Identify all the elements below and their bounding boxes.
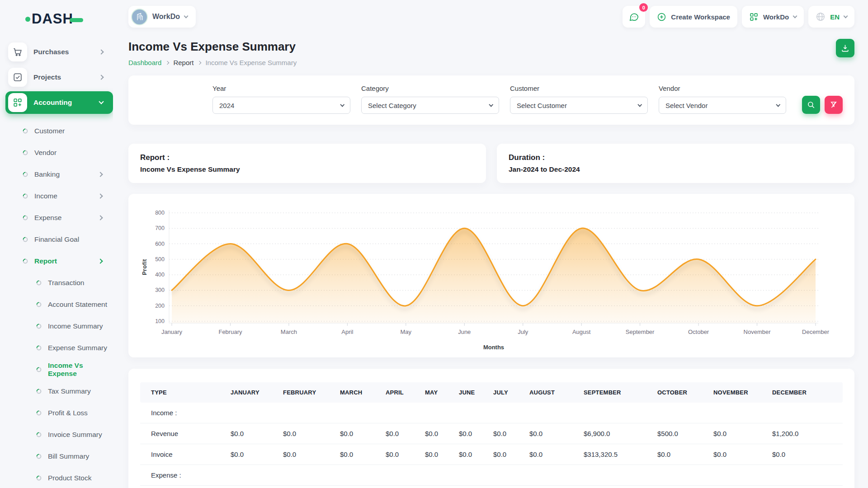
sidebar-item-label: Financial Goal: [34, 235, 79, 244]
sidebar-item-projects[interactable]: Projects: [5, 66, 113, 89]
svg-text:July: July: [518, 328, 528, 335]
summary-card-title: Report :: [140, 153, 474, 162]
grid-plus-icon: [749, 12, 759, 22]
category-select[interactable]: Select Category: [361, 97, 499, 114]
breadcrumb-item-report[interactable]: Report: [173, 59, 193, 66]
sidebar-item-report[interactable]: Report: [5, 250, 113, 272]
filter-label: Category: [361, 84, 499, 92]
chevron-right-icon: [98, 258, 103, 263]
table-row-revenue: Revenue$0.0$0.0$0.0$0.0$0.0$0.0$0.0$0.0$…: [140, 423, 843, 444]
create-workspace-label: Create Workspace: [671, 13, 730, 21]
sidebar-item-transaction[interactable]: Transaction: [5, 272, 113, 294]
sidebar-item-income[interactable]: Income: [5, 185, 113, 207]
chevron-down-icon: [340, 103, 344, 107]
sidebar-item-bill-summary[interactable]: Bill Summary: [5, 446, 113, 467]
sidebar-item-account-statement[interactable]: Account Statement: [5, 294, 113, 315]
bullet-ring-icon: [23, 128, 28, 134]
page-title: Income Vs Expense Summary: [128, 39, 297, 54]
sidebar-item-banking[interactable]: Banking: [5, 164, 113, 185]
sidebar-item-label: Transaction: [48, 279, 84, 287]
brand-logo[interactable]: DASH: [25, 11, 113, 27]
sidebar-item-label: Customer: [34, 127, 65, 135]
breadcrumb: Dashboard Report Income Vs Expense Summa…: [128, 59, 297, 66]
selected-value: Select Customer: [517, 102, 567, 109]
sidebar-item-label: Report: [34, 257, 57, 265]
sidebar-item-expense[interactable]: Expense: [5, 207, 113, 229]
profit-chart-card: 100200300400500600700800 JanuaryFebruary…: [128, 194, 854, 357]
chevron-right-icon: [99, 49, 104, 54]
chevron-down-icon: [844, 14, 848, 18]
cell-value: $0.0: [283, 444, 340, 465]
filter-fields: Year 2024 Category Select Category Custo…: [212, 84, 786, 114]
filter-actions: [802, 96, 843, 114]
messages-button[interactable]: 0: [623, 6, 645, 28]
sidebar-item-expense-summary[interactable]: Expense Summary: [5, 337, 113, 359]
income-expense-table: TYPEJANUARYFEBRUARYMARCHAPRILMAYJUNEJULY…: [140, 382, 843, 486]
sidebar-item-label: Income: [34, 192, 57, 200]
column-header-june: JUNE: [459, 382, 493, 403]
bullet-ring-icon: [23, 193, 28, 199]
main-content: WorkDo 0 Create Wor: [113, 0, 868, 488]
vendor-select[interactable]: Select Vendor: [659, 97, 786, 114]
sidebar-item-tax-summary[interactable]: Tax Summary: [5, 380, 113, 402]
breadcrumb-separator-icon: [165, 61, 169, 64]
sidebar-item-financial-goal[interactable]: Financial Goal: [5, 229, 113, 250]
workspace-switcher[interactable]: WorkDo: [128, 6, 196, 28]
breadcrumb-item-dashboard[interactable]: Dashboard: [128, 59, 161, 66]
bullet-ring-icon: [23, 150, 28, 155]
reset-filter-button[interactable]: [825, 96, 843, 114]
filter-label: Year: [212, 84, 350, 92]
chevron-right-icon: [98, 193, 103, 198]
svg-text:200: 200: [155, 303, 165, 309]
sidebar-item-purchases[interactable]: Purchases: [5, 41, 113, 63]
bullet-ring-icon: [23, 237, 28, 242]
sidebar-item-income-summary[interactable]: Income Summary: [5, 315, 113, 337]
column-header-april: APRIL: [386, 382, 425, 403]
column-header-march: MARCH: [340, 382, 386, 403]
chevron-down-icon: [776, 103, 780, 107]
chevron-down-icon: [793, 14, 797, 18]
filter-group-year: Year 2024: [212, 84, 350, 114]
filter-bar: Year 2024 Category Select Category Custo…: [128, 75, 854, 125]
row-label: Revenue: [140, 423, 231, 444]
sidebar-sections: Purchases Projects Accounting: [5, 41, 113, 114]
sidebar-item-product-stock[interactable]: Product Stock: [5, 467, 113, 488]
year-select[interactable]: 2024: [212, 97, 350, 114]
logo-dash-icon: [70, 18, 83, 22]
chevron-down-icon: [637, 103, 642, 107]
sidebar-item-invoice-summary[interactable]: Invoice Summary: [5, 424, 113, 446]
cell-value: $6,900.0: [584, 423, 657, 444]
bullet-ring-icon: [36, 280, 42, 286]
section-label: Expense :: [140, 465, 231, 486]
chevron-right-icon: [98, 215, 103, 220]
cell-value: $0.0: [340, 444, 386, 465]
language-selector[interactable]: EN: [808, 6, 854, 28]
grid-plus-icon: [8, 93, 27, 112]
selected-value: Select Vendor: [665, 102, 708, 109]
sidebar-item-accounting[interactable]: Accounting: [5, 91, 113, 114]
create-workspace-button[interactable]: Create Workspace: [650, 6, 737, 28]
filter-group-category: Category Select Category: [361, 84, 499, 114]
column-header-september: SEPTEMBER: [584, 382, 657, 403]
customer-select[interactable]: Select Customer: [510, 97, 648, 114]
app-menu-button[interactable]: WorkDo: [742, 6, 804, 28]
column-header-january: JANUARY: [231, 382, 283, 403]
svg-text:300: 300: [155, 287, 165, 293]
download-report-button[interactable]: [836, 39, 854, 57]
chevron-down-icon: [489, 103, 493, 107]
bullet-ring-icon: [36, 410, 42, 416]
column-header-february: FEBRUARY: [283, 382, 340, 403]
svg-text:October: October: [688, 328, 709, 335]
sidebar-item-customer[interactable]: Customer: [5, 120, 113, 142]
cell-value: $0.0: [459, 423, 493, 444]
sidebar-item-income-vs-expense[interactable]: Income Vs Expense: [5, 359, 113, 380]
sidebar-item-vendor[interactable]: Vendor: [5, 142, 113, 164]
sidebar-item-profit-loss[interactable]: Profit & Loss: [5, 402, 113, 424]
svg-text:May: May: [401, 328, 412, 335]
apply-filter-button[interactable]: [802, 96, 820, 114]
bullet-ring-icon: [36, 324, 42, 329]
sidebar-item-label: Tax Summary: [48, 387, 91, 395]
filter-group-customer: Customer Select Customer: [510, 84, 648, 114]
bullet-ring-icon: [23, 215, 28, 221]
cell-value: $500.0: [657, 423, 713, 444]
